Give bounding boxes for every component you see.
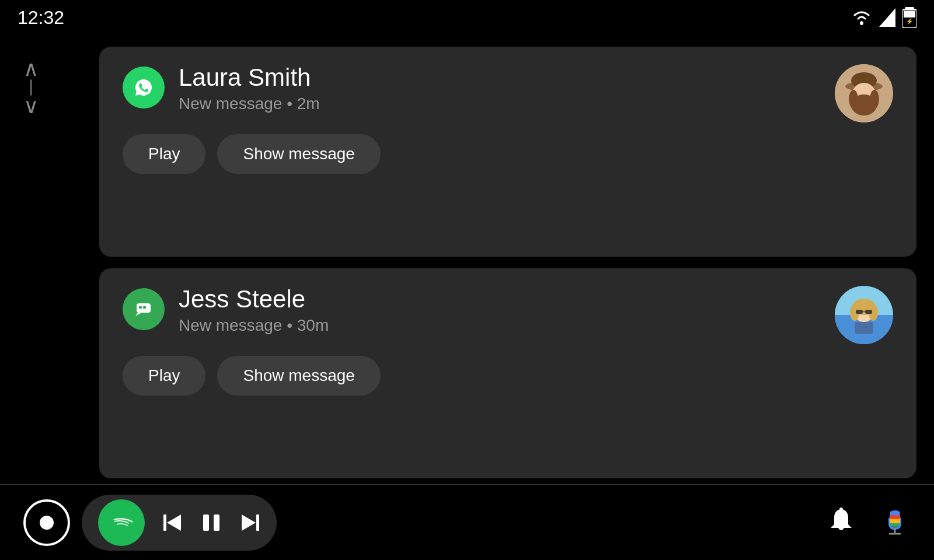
status-icons: ⚡ — [851, 7, 916, 28]
avatar-2 — [835, 286, 893, 344]
prev-button[interactable] — [162, 512, 183, 533]
home-button[interactable] — [23, 499, 70, 546]
svg-marker-35 — [242, 514, 256, 531]
svg-rect-41 — [890, 515, 900, 519]
bottom-right-icons — [827, 507, 911, 538]
bottom-bar — [0, 484, 934, 560]
bell-icon — [827, 507, 856, 538]
scroll-down-arrow[interactable]: ∨ — [23, 96, 39, 117]
notification-card-2: Jess Steele New message • 30m — [99, 268, 916, 478]
spotify-button[interactable] — [98, 499, 145, 546]
mic-button[interactable] — [879, 507, 911, 538]
card-header-1: Laura Smith New message • 2m — [123, 64, 893, 123]
svg-rect-28 — [855, 322, 873, 334]
play-button-1[interactable]: Play — [123, 134, 205, 174]
avatar-1 — [835, 64, 893, 123]
svg-point-36 — [839, 508, 843, 511]
svg-rect-17 — [139, 306, 142, 309]
bell-button[interactable] — [827, 507, 856, 538]
pause-icon — [201, 512, 222, 533]
svg-point-0 — [860, 22, 863, 25]
prev-icon — [162, 512, 183, 533]
notification-card-1: Laura Smith New message • 2m — [99, 47, 916, 257]
card-actions-2: Play Show message — [123, 356, 893, 396]
show-message-button-1[interactable]: Show message — [217, 134, 380, 174]
status-bar: 12:32 ⚡ — [0, 0, 934, 35]
home-button-inner — [40, 516, 54, 530]
svg-rect-26 — [865, 310, 872, 314]
message-meta-2: New message • 30m — [179, 316, 329, 335]
svg-rect-34 — [256, 514, 259, 531]
play-button-2[interactable]: Play — [123, 356, 205, 396]
svg-rect-40 — [890, 510, 900, 515]
svg-rect-30 — [163, 514, 166, 531]
show-message-button-2[interactable]: Show message — [217, 356, 380, 396]
contact-name-1: Laura Smith — [179, 64, 320, 91]
status-time: 12:32 — [18, 7, 64, 29]
scroll-up-arrow[interactable]: ∧ — [23, 58, 39, 79]
svg-rect-25 — [856, 310, 863, 314]
svg-rect-33 — [214, 514, 219, 531]
contact-name-2: Jess Steele — [179, 286, 329, 313]
mic-icon — [879, 507, 911, 538]
next-icon — [239, 512, 260, 533]
contact-info-2: Jess Steele New message • 30m — [179, 286, 329, 335]
notifications-list: Laura Smith New message • 2m — [99, 41, 916, 484]
svg-rect-42 — [890, 519, 900, 523]
svg-point-29 — [107, 509, 135, 537]
messages-app-icon — [123, 288, 165, 330]
message-meta-1: New message • 2m — [179, 94, 320, 113]
svg-rect-32 — [203, 514, 209, 531]
svg-rect-4 — [904, 10, 915, 18]
spotify-icon — [107, 509, 135, 537]
svg-marker-1 — [879, 8, 895, 27]
card-header-2: Jess Steele New message • 30m — [123, 286, 893, 344]
left-nav: ∧ ∨ — [23, 47, 39, 128]
svg-marker-31 — [167, 514, 181, 531]
scroll-track — [30, 79, 32, 96]
card-left-2: Jess Steele New message • 30m — [123, 286, 329, 335]
pause-button[interactable] — [201, 512, 222, 533]
svg-rect-18 — [143, 306, 146, 309]
whatsapp-app-icon — [123, 66, 165, 108]
svg-text:⚡: ⚡ — [906, 18, 914, 25]
next-button[interactable] — [239, 512, 260, 533]
card-left-1: Laura Smith New message • 2m — [123, 64, 320, 113]
svg-point-12 — [849, 90, 858, 108]
svg-rect-43 — [890, 523, 900, 527]
wifi-icon — [851, 9, 872, 26]
battery-icon: ⚡ — [902, 7, 916, 28]
card-actions-1: Play Show message — [123, 134, 893, 174]
signal-icon — [879, 8, 895, 27]
svg-point-13 — [870, 90, 879, 108]
contact-info-1: Laura Smith New message • 2m — [179, 64, 320, 113]
bottom-left-icons — [23, 495, 277, 551]
